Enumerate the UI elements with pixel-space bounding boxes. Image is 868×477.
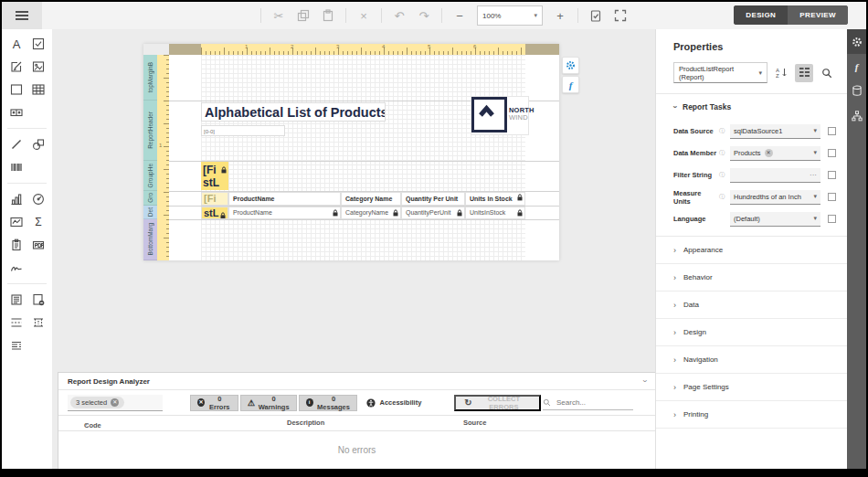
zoom-in-button[interactable]: + bbox=[553, 8, 567, 23]
undo-icon[interactable]: ↶ bbox=[392, 8, 407, 23]
filter-string-checkbox[interactable] bbox=[828, 171, 836, 179]
column-description[interactable]: Description bbox=[287, 419, 324, 427]
fullscreen-icon[interactable] bbox=[613, 8, 628, 23]
detail-cell-category[interactable]: CategoryName bbox=[341, 207, 401, 219]
report-tasks-section[interactable]: › Report Tasks bbox=[656, 94, 847, 111]
picturebox-tool-icon[interactable] bbox=[31, 59, 46, 74]
design-tab[interactable]: DESIGN bbox=[734, 5, 788, 25]
label-tool-icon[interactable]: A bbox=[9, 37, 24, 51]
band-group-header-1[interactable]: GroupHe bbox=[143, 161, 157, 191]
section-design[interactable]: ›Design bbox=[656, 319, 847, 346]
section-behavior[interactable]: ›Behavior bbox=[656, 264, 847, 292]
character-comb-tool-icon[interactable] bbox=[9, 105, 24, 120]
menu-button[interactable] bbox=[2, 2, 42, 29]
section-navigation[interactable]: ›Navigation bbox=[656, 346, 847, 374]
sort-az-button[interactable]: AZ bbox=[772, 64, 790, 82]
zoom-select[interactable]: 100% ▾ bbox=[477, 5, 543, 26]
filter-string-editor[interactable]: ··· bbox=[730, 168, 820, 183]
panel-tool-icon[interactable] bbox=[9, 82, 24, 97]
northwind-logo[interactable]: NORTH WIND bbox=[471, 96, 529, 135]
cut-icon[interactable]: ✂ bbox=[271, 8, 286, 23]
collapse-panel-icon[interactable]: › bbox=[640, 380, 650, 383]
delete-icon[interactable]: × bbox=[356, 8, 371, 23]
search-input[interactable] bbox=[555, 398, 633, 408]
group-field-box[interactable]: [Fi stL bbox=[201, 162, 228, 190]
table-tool-icon[interactable] bbox=[31, 82, 46, 97]
subreport-tool-icon[interactable] bbox=[9, 292, 24, 307]
copy-icon[interactable] bbox=[296, 8, 311, 23]
crossband-line-tool-icon[interactable] bbox=[9, 315, 24, 330]
clear-icon[interactable]: ✕ bbox=[765, 149, 773, 157]
section-appearance[interactable]: ›Appearance bbox=[656, 237, 847, 264]
gauge-tool-icon[interactable] bbox=[31, 192, 46, 207]
band-top-margin[interactable]: topMarginB bbox=[143, 55, 157, 101]
errors-filter-button[interactable]: ✕ 0 Errors bbox=[190, 395, 238, 411]
accessibility-filter-button[interactable]: Accessibility bbox=[359, 395, 429, 411]
data-member-dropdown[interactable]: Products ✕ ▾ bbox=[730, 146, 820, 161]
report-title-label[interactable]: Alphabetical List of Products bbox=[201, 102, 386, 122]
field-list-tab-button[interactable] bbox=[847, 79, 866, 103]
validate-report-icon[interactable] bbox=[588, 8, 603, 23]
zoom-out-button[interactable]: − bbox=[452, 8, 467, 23]
sparkline-tool-icon[interactable] bbox=[9, 215, 24, 229]
data-member-checkbox[interactable] bbox=[828, 149, 836, 157]
close-icon[interactable]: ✕ bbox=[111, 398, 119, 407]
header-cell-productname[interactable]: ProductName bbox=[228, 192, 341, 206]
selected-filter-chip[interactable]: 3 selected ✕ bbox=[70, 397, 124, 408]
detail-cell-quantity[interactable]: QuantityPerUnit bbox=[401, 207, 465, 219]
category-view-button[interactable] bbox=[795, 64, 813, 82]
language-dropdown[interactable]: (Default) ▾ bbox=[730, 212, 820, 227]
report-page[interactable]: Alphabetical List of Products [0-0] NORT… bbox=[169, 55, 559, 260]
summary-tool-icon[interactable]: Σ bbox=[31, 215, 46, 229]
column-source[interactable]: Source bbox=[463, 419, 486, 427]
messages-filter-button[interactable]: i 0 Messages bbox=[299, 395, 358, 411]
header-cell-quantity[interactable]: Quantity Per Unit bbox=[401, 192, 465, 206]
section-page-settings[interactable]: ›Page Settings bbox=[656, 374, 847, 401]
band-report-header[interactable]: ReportHeader bbox=[143, 101, 157, 161]
pageinfo-tool-icon[interactable] bbox=[9, 238, 24, 252]
paste-icon[interactable] bbox=[321, 8, 335, 23]
preview-tab[interactable]: PREVIEW bbox=[788, 5, 848, 25]
detail-cell-productname[interactable]: ProductName bbox=[228, 207, 341, 219]
shape-tool-icon[interactable] bbox=[31, 137, 46, 152]
barcode-tool-icon[interactable] bbox=[9, 160, 24, 175]
detail-cell-unitsinstock[interactable]: UnitsInStock bbox=[465, 207, 525, 219]
line-tool-icon[interactable] bbox=[9, 137, 24, 152]
page-break-tool-icon[interactable] bbox=[31, 292, 46, 307]
warnings-filter-button[interactable]: ⚠ 0 Warnings bbox=[240, 395, 297, 411]
expressions-tab-button[interactable]: f bbox=[847, 54, 866, 79]
measure-units-checkbox[interactable] bbox=[828, 193, 836, 201]
analyzer-search[interactable] bbox=[543, 395, 633, 410]
checkbox-tool-icon[interactable] bbox=[31, 37, 46, 51]
search-properties-button[interactable] bbox=[818, 64, 836, 82]
redo-icon[interactable]: ↷ bbox=[417, 8, 431, 23]
signature-tool-icon[interactable] bbox=[9, 260, 24, 275]
ellipsis-button[interactable]: ··· bbox=[810, 171, 817, 179]
header-cell-unitsinstock[interactable]: Units In Stock bbox=[465, 192, 525, 206]
crossband-box-tool-icon[interactable] bbox=[31, 315, 46, 330]
pdf-content-tool-icon[interactable] bbox=[31, 238, 46, 252]
section-data[interactable]: ›Data bbox=[656, 292, 847, 319]
group-header-cell[interactable]: [Fi bbox=[201, 192, 228, 206]
data-source-dropdown[interactable]: sqlDataSource1 ▾ bbox=[730, 124, 820, 139]
filter-select[interactable]: 3 selected ✕ bbox=[68, 395, 163, 411]
band-group-header-2[interactable]: Gro bbox=[143, 191, 157, 206]
report-tasks-gear-button[interactable] bbox=[562, 57, 579, 74]
group-detail-cell[interactable]: stL bbox=[201, 207, 228, 219]
richtext-tool-icon[interactable] bbox=[9, 59, 24, 74]
band-bottom-margin[interactable]: BottomMarg bbox=[143, 219, 157, 260]
language-checkbox[interactable] bbox=[828, 215, 836, 223]
table-of-contents-tool-icon[interactable] bbox=[9, 338, 24, 353]
band-detail[interactable]: Det bbox=[143, 206, 157, 219]
data-source-checkbox[interactable] bbox=[828, 127, 836, 135]
measure-units-dropdown[interactable]: Hundredths of an Inch ▾ bbox=[730, 190, 820, 205]
header-cell-category[interactable]: Category Name bbox=[341, 192, 401, 206]
expressions-button[interactable]: f bbox=[562, 76, 579, 93]
chart-tool-icon[interactable] bbox=[9, 192, 24, 207]
header-small-field[interactable]: [0-0] bbox=[201, 125, 285, 136]
section-printing[interactable]: ›Printing bbox=[656, 401, 847, 429]
component-selector[interactable]: ProductListReport (Report) ▾ bbox=[673, 62, 767, 83]
report-explorer-tab-button[interactable] bbox=[847, 103, 866, 128]
properties-tab-button[interactable] bbox=[847, 29, 866, 54]
collect-errors-button[interactable]: ↻ COLLECT ERRORS bbox=[454, 395, 541, 411]
